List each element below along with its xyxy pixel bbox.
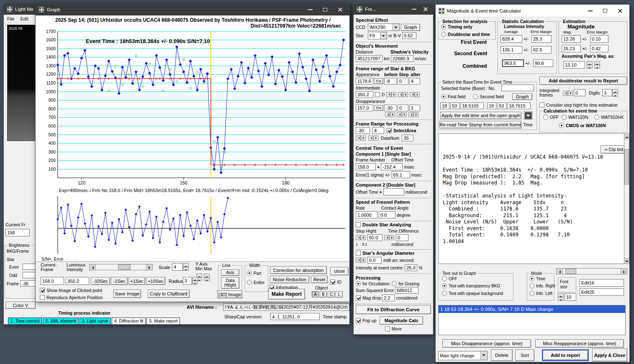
datanum-input[interactable]: 35 [402,135,413,141]
radius-spinner[interactable] [192,277,198,285]
selected-frame-input[interactable] [501,85,534,91]
minimize-button[interactable] [584,5,596,17]
text-position-scrollbar[interactable] [556,268,627,274]
disappearance-spinner-1[interactable] [385,112,395,117]
maximize-button[interactable] [319,4,331,15]
select-area-checkbox[interactable]: SelectArea [387,128,416,133]
apply-close-button[interactable]: Apply & Close [592,349,627,361]
basetime-graph-button[interactable]: Graph [512,93,532,100]
main-light-change-select[interactable]: Main light change [438,351,488,360]
minus-10sec-button[interactable]: -10Sec [91,277,110,285]
scroll-up-icon[interactable] [624,134,629,139]
time-difference-input[interactable]: 0 [396,234,408,241]
object-b-button[interactable]: B [320,291,327,297]
double-star-analyzing-checkbox[interactable]: Double Star Analyzing [356,222,431,227]
intensity-centre-input[interactable]: 25.0 [405,264,417,271]
time2-second-input[interactable]: 18.7615 [507,103,531,109]
cmos-wat100n-radio[interactable]: CMOS or WAT100N [559,123,606,128]
error1-input[interactable]: 0.10 [590,35,608,43]
range-to-spinner[interactable] [368,136,378,141]
range-to-input[interactable]: 4 [372,127,384,134]
mode-info-left-radio[interactable]: Info. Left [529,291,552,296]
disappearance-spinner-2[interactable] [397,112,407,117]
axis-button[interactable]: Axis [221,269,239,276]
intermediate-spinner-3[interactable] [410,92,420,97]
close-button[interactable] [334,4,347,15]
avi-filename-value[interactable]: I:¥A-えんぺい観測¥観測記録2025¥07-12月¥20250914@Urh [223,303,349,311]
bv-input[interactable]: 0.62 [402,32,416,39]
data-hilight-button[interactable]: DataHilight [221,277,239,289]
sort-button[interactable]: Sort [515,349,534,361]
miss-reappearance-button[interactable]: Miss Reapppearance (approx. time) [535,339,624,348]
delete-button[interactable]: Delete [491,349,513,361]
graph-window-titlebar[interactable]: Graph [36,4,349,15]
comp2-offset-input[interactable] [383,188,404,195]
textout-transparent-radio[interactable]: Text with transparency BKG [442,283,500,288]
angular-diameter-spinner[interactable] [356,258,366,263]
clip-board-button[interactable]: -> Clip brd. [601,145,627,154]
time1-minute-input[interactable]: 53 [450,103,459,109]
time2-hour-input[interactable]: 18 [487,103,496,109]
radius-input[interactable]: 3 [183,277,192,285]
step-hight-input[interactable]: 50.0 [367,234,382,241]
copy-clipboard-button[interactable]: Copy to ClipBoard [148,290,190,298]
time2-minute-input[interactable]: 53 [497,103,506,109]
font-size-spinner[interactable] [558,293,564,301]
width-part-radio[interactable]: Part [247,271,261,276]
disappearance-after-input[interactable]: 1 [409,105,420,111]
ccd-select[interactable]: IMX290 [368,23,400,31]
range-from-input[interactable]: -30 [356,127,370,134]
offset-time-input[interactable]: -152.4 [381,163,403,170]
textout-off-radio[interactable]: OFF [442,276,457,281]
timing-tab[interactable]: 2. XML element [43,318,78,325]
plus-1sec-button[interactable]: +1Sec [128,277,145,285]
off-radio[interactable]: OFF [543,115,559,120]
font-size-input[interactable]: 10 [565,293,576,301]
error2-input[interactable]: 0.42 [590,45,608,52]
appearance-before-input[interactable]: -8 [384,78,397,85]
angular-diameter-input[interactable]: 0.0 [367,257,382,264]
first-field-radio[interactable]: First field [441,94,466,99]
appearance-level-input[interactable]: 1178.6 [356,78,373,85]
timing-tab[interactable]: 5. Make report [146,318,180,325]
popup-checkbox[interactable]: Pop up [356,318,376,323]
minus-1sec-button[interactable]: -1Sec [111,277,128,285]
mag-drop-checkbox[interactable]: Mag drop [356,295,381,300]
y-max-spinner[interactable] [204,274,210,281]
intermediate-spinner-2[interactable] [398,92,408,97]
magnitude-calc-button[interactable]: Magnitude Calc [380,316,423,325]
disappearance-before-input[interactable]: -30 [384,105,397,111]
current-frame-value-input[interactable]: 158.0 [41,277,64,285]
plus-10sec-button[interactable]: +10Sec [146,277,165,285]
intermediate-d-checkbox[interactable]: D [375,92,385,97]
digits-spinner[interactable] [612,89,618,97]
combined-error-input[interactable]: 90.8 [533,59,553,67]
add-to-report-button[interactable]: Add to report [543,350,588,360]
intermediate-input[interactable]: 350.2 [356,91,373,98]
first-event-average-input[interactable]: 828.4 [501,35,522,43]
edit25-input[interactable]: Edit25 [580,288,624,296]
apply-edit-time-button[interactable]: Apply the edit time and Re-open graph [440,112,521,119]
textout-opaque-radio[interactable]: Text with opaque background [442,291,503,296]
for-grazing-radio[interactable]: for Grazing [392,281,419,286]
light-curve-plot[interactable]: 1002003004005006007008009001000110012001… [39,29,349,187]
assumed-mag-spinner-2[interactable] [594,61,600,69]
minimize-button[interactable] [304,4,316,15]
object-l-button[interactable]: L [336,291,343,297]
id-checkbox[interactable]: ID [330,279,341,285]
intermediate-spinner-1[interactable] [386,92,396,97]
frame-number-input[interactable]: 158.0 [356,163,376,170]
odd-input[interactable] [23,272,37,278]
scroll-right-icon[interactable] [146,264,152,270]
appearance-after-input[interactable]: 4 [409,78,420,85]
width-entire-radio[interactable]: Entire [247,280,264,285]
angular-diameter-checkbox[interactable]: Star's Angular Diameter [356,251,431,256]
close-button[interactable] [614,5,626,17]
menu-file[interactable]: File [7,16,15,21]
luminous-value-input[interactable]: 350.2 [66,277,89,285]
correction-absorption-button[interactable]: Correction for absorption [270,266,327,274]
integrated-frames-spinner[interactable] [563,91,573,96]
scroll-down-icon[interactable] [624,258,629,264]
miss-disappearance-button[interactable]: Miss Disappearance (approx. time) [442,339,531,348]
second-event-error-input[interactable]: 62.5 [531,46,552,54]
